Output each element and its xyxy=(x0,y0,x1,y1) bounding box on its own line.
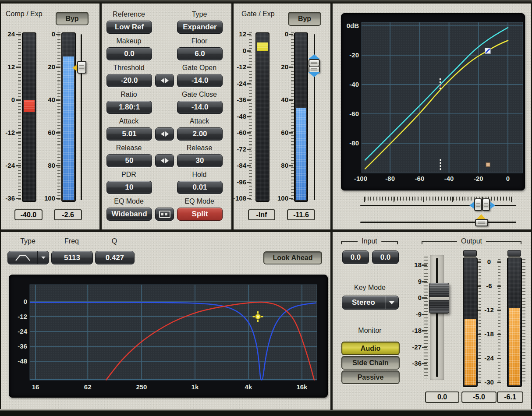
ruler-major-tick xyxy=(364,197,365,202)
scale-major-tick xyxy=(289,99,293,101)
scale-major-tick xyxy=(422,363,427,364)
scale-tick-label: -108 xyxy=(229,194,246,202)
scale-tick-label: 100 xyxy=(271,194,288,202)
comp-release-value-button[interactable]: 50 xyxy=(106,154,152,167)
filter-freq-value-button[interactable]: 5113 xyxy=(51,251,93,264)
scale-major-tick xyxy=(56,67,60,68)
gate-open-value-button[interactable]: -14.0 xyxy=(177,74,223,87)
gain-fader-readout[interactable]: 0.0 xyxy=(425,391,459,403)
y-axis-tick-label: 0dB xyxy=(347,22,359,29)
scale-major-tick xyxy=(478,286,481,287)
output-tickstrip-right xyxy=(498,259,500,384)
pdr-value-button[interactable]: 10 xyxy=(106,181,152,194)
eq-graph[interactable]: 16622501k4k16k0-12-24-36-48 xyxy=(9,275,327,397)
filter-type-dropdown[interactable] xyxy=(7,251,49,264)
monitor-passive-button[interactable]: Passive xyxy=(341,370,400,384)
filter-q-value-button[interactable]: 0.427 xyxy=(95,251,135,264)
scale-major-tick xyxy=(247,132,251,134)
scale-tick-label: 100 xyxy=(41,194,55,202)
comp-level-readout[interactable]: -40.0 xyxy=(14,209,43,220)
gate-open-hslider-handle[interactable] xyxy=(474,198,482,211)
comp-threshold-hslider-track[interactable] xyxy=(360,222,516,223)
band-link-icon xyxy=(159,211,170,218)
comp-threshold-slider-handle[interactable] xyxy=(77,61,86,74)
type-button[interactable]: Expander xyxy=(177,21,223,34)
output-tickstrip-left xyxy=(479,259,481,384)
param-label: Attack xyxy=(106,117,151,125)
monitor-audio-button[interactable]: Audio xyxy=(341,342,400,355)
output-right-readout[interactable]: -6.1 xyxy=(497,391,523,403)
scale-major-tick xyxy=(16,165,21,166)
ruler-major-tick xyxy=(452,197,453,202)
plugin-window: Comp / Exp Byp -40.0 -2.6 Reference Type… xyxy=(0,0,532,416)
floor-marker[interactable] xyxy=(486,162,490,166)
gate-threshold-marker[interactable] xyxy=(485,48,490,53)
transfer-graph-bezel: -100-80-60-40-2000dB-20-40-60-80 xyxy=(341,13,525,190)
divider-vertical-3 xyxy=(330,4,333,410)
gate-level-readout[interactable]: -Inf xyxy=(248,209,275,220)
ratio-value-button[interactable]: 1.80:1 xyxy=(106,101,152,114)
comp-eq-mode-button[interactable]: Wideband xyxy=(106,208,152,221)
gate-close-hslider-handle[interactable] xyxy=(482,198,490,211)
gate-bypass-button[interactable]: Byp xyxy=(288,12,321,26)
bandpass-icon xyxy=(8,253,37,263)
scale-tick-label: 80 xyxy=(271,162,288,169)
link-attack-button[interactable] xyxy=(155,127,174,141)
scale-tick-label: 0 xyxy=(482,258,496,265)
output-left-fill xyxy=(465,319,476,385)
gain-fader-handle[interactable] xyxy=(429,283,449,314)
gate-gr-readout[interactable]: -11.6 xyxy=(287,209,315,220)
makeup-value-button[interactable]: 0.0 xyxy=(106,47,152,60)
output-right-clip-led[interactable] xyxy=(507,250,521,257)
output-left-readout[interactable]: -5.0 xyxy=(461,391,497,403)
hold-value-button[interactable]: 0.01 xyxy=(177,181,223,194)
scale-tick-label: 80 xyxy=(41,162,55,169)
floor-value-button[interactable]: 6.0 xyxy=(177,47,223,60)
y-axis-tick-label: -48 xyxy=(18,357,27,365)
scale-tick-label: 20 xyxy=(41,63,55,71)
gate-gr-fill xyxy=(296,108,306,200)
comp-threshold-hslider-handle[interactable] xyxy=(475,219,488,226)
scale-major-tick xyxy=(478,310,481,311)
scale-major-tick xyxy=(247,198,251,199)
ruler-major-tick xyxy=(511,197,512,202)
gate-release-value-button[interactable]: 30 xyxy=(177,154,223,167)
gate-open-arrow-icon xyxy=(309,54,320,59)
comp-bypass-button[interactable]: Byp xyxy=(56,12,89,25)
link-release-button[interactable] xyxy=(155,154,174,167)
param-label: EQ Mode xyxy=(177,197,222,205)
ruler-major-tick xyxy=(394,197,394,202)
input-left-value-button[interactable]: 0.0 xyxy=(342,250,369,264)
gate-close-arrow-icon xyxy=(309,72,320,77)
param-label: Release xyxy=(106,144,151,152)
chevron-down-icon xyxy=(385,301,398,304)
gate-attack-value-button[interactable]: 2.00 xyxy=(177,127,223,141)
comp-threshold-slider-track[interactable] xyxy=(81,34,82,200)
link-threshold-button[interactable] xyxy=(155,74,174,87)
monitor-side-chain-button[interactable]: Side Chain xyxy=(341,356,400,370)
scale-major-tick xyxy=(16,132,21,134)
scale-major-tick xyxy=(16,99,21,101)
link-eq-mode-button[interactable] xyxy=(155,208,174,221)
comp-level-tickstrip xyxy=(18,32,21,200)
comp-level-meter xyxy=(22,32,36,202)
key-mode-dropdown[interactable]: Stereo xyxy=(342,296,399,310)
input-right-value-button[interactable]: 0.0 xyxy=(372,250,399,264)
gate-close-value-button[interactable]: -14.0 xyxy=(177,101,223,114)
gate-eq-mode-button[interactable]: Split xyxy=(177,208,223,221)
input-group-label: Input xyxy=(358,237,381,245)
left-right-arrows-icon xyxy=(156,155,174,167)
scale-tick-label: 12 xyxy=(1,63,15,71)
transfer-graph[interactable]: -100-80-60-40-2000dB-20-40-60-80 xyxy=(341,14,525,190)
threshold-value-button[interactable]: -20.0 xyxy=(106,74,152,87)
look-ahead-button[interactable]: Look Ahead xyxy=(263,251,322,264)
scale-tick-label: 0 xyxy=(1,96,15,103)
reference-button[interactable]: Low Ref xyxy=(106,21,152,34)
comp-attack-value-button[interactable]: 5.01 xyxy=(106,127,152,141)
output-right-fill xyxy=(509,308,520,385)
divider-vertical-1 xyxy=(99,4,102,232)
y-axis-tick-label: -36 xyxy=(18,342,27,350)
output-group-label: Output xyxy=(457,237,486,245)
comp-gr-readout[interactable]: -2.6 xyxy=(54,209,82,220)
output-left-clip-led[interactable] xyxy=(463,250,477,257)
